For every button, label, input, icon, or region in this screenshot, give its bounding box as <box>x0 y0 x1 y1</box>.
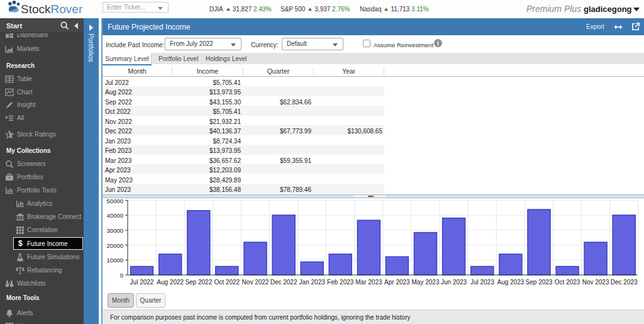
svg-text:Dec 2022: Dec 2022 <box>270 279 297 286</box>
svg-text:Jun 2023: Jun 2023 <box>441 279 467 286</box>
svg-text:Dec 2023: Dec 2023 <box>611 279 638 286</box>
svg-text:Oct 2023: Oct 2023 <box>555 279 580 286</box>
svg-text:Nov 2023: Nov 2023 <box>582 279 609 286</box>
svg-text:Oct 2022: Oct 2022 <box>214 279 240 286</box>
svg-text:30000: 30000 <box>107 227 123 234</box>
svg-text:0: 0 <box>120 272 123 279</box>
svg-text:Jul 2023: Jul 2023 <box>470 279 494 286</box>
svg-text:Apr 2023: Apr 2023 <box>384 279 410 286</box>
svg-text:Mar 2023: Mar 2023 <box>355 279 382 286</box>
svg-text:Sep 2022: Sep 2022 <box>185 279 212 286</box>
svg-text:Sep 2023: Sep 2023 <box>526 279 553 286</box>
svg-text:50000: 50000 <box>107 198 123 204</box>
svg-text:Feb 2023: Feb 2023 <box>327 279 354 286</box>
svg-text:Jan 2023: Jan 2023 <box>299 279 326 286</box>
svg-text:Aug 2022: Aug 2022 <box>157 279 184 286</box>
svg-text:10000: 10000 <box>107 257 123 264</box>
svg-text:20000: 20000 <box>107 242 123 249</box>
svg-text:Aug 2023: Aug 2023 <box>497 279 524 286</box>
svg-text:Jul 2022: Jul 2022 <box>130 279 154 286</box>
svg-text:Nov 2022: Nov 2022 <box>242 279 269 286</box>
svg-text:May 2023: May 2023 <box>412 279 440 286</box>
svg-text:40000: 40000 <box>107 212 123 219</box>
